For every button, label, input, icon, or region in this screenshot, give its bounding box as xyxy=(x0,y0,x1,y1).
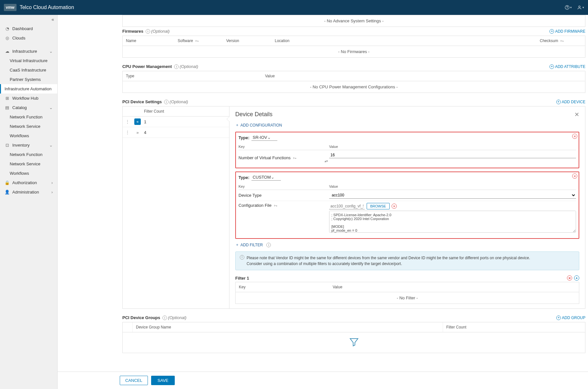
config-file-input[interactable] xyxy=(329,203,365,209)
sidebar-item-label: CaaS Infrastructure xyxy=(10,68,46,72)
device-type-select[interactable]: acc100 xyxy=(329,192,576,199)
sidebar-item-label: Virtual Infrastructure xyxy=(10,58,48,63)
sidebar-item-label: Workflow Hub xyxy=(12,96,39,101)
collapse-icon[interactable]: « xyxy=(134,118,141,125)
sidebar-item-virtual-infra[interactable]: Virtual Infrastructure xyxy=(0,56,57,65)
footer: CANCEL SAVE xyxy=(58,372,588,389)
pci-row[interactable]: ⋮ « 1 xyxy=(123,117,229,127)
sidebar-item-authorization[interactable]: 🔒Authorization› xyxy=(0,178,57,187)
clouds-icon: ◎ xyxy=(5,36,10,40)
sidebar-item-partner-systems[interactable]: Partner Systems xyxy=(0,75,57,84)
expand-icon[interactable]: » xyxy=(134,129,141,136)
filter-note: i Please note that Vendor ID might be th… xyxy=(235,251,579,270)
sidebar-item-catalog-nf[interactable]: Network Function xyxy=(0,112,57,122)
add-filter-button[interactable]: ＋ADD FILTER xyxy=(235,242,263,248)
groups-section: PCI Device Groups i (Optional) +ADD GROU… xyxy=(122,313,585,353)
add-firmware-button[interactable]: +ADD FIRMWARE xyxy=(549,29,585,34)
sidebar-item-label: Authorization xyxy=(12,180,37,185)
svg-point-1 xyxy=(567,8,567,9)
cancel-button[interactable]: CANCEL xyxy=(120,376,148,385)
lock-icon: 🔒 xyxy=(5,180,10,185)
add-filter-row-icon[interactable]: + xyxy=(574,275,579,281)
col-filter-count: Filter Count xyxy=(443,322,585,332)
sidebar-item-label: Catalog xyxy=(12,105,27,110)
custom-config: ✕ Type: CUSTOM ⌄ Key Value xyxy=(235,172,579,239)
firmwares-empty: - No Firmwares - xyxy=(123,46,585,57)
value-header: Value xyxy=(329,143,576,150)
pci-section: PCI Device Settings i (Optional) +ADD DE… xyxy=(122,97,585,309)
add-device-button[interactable]: +ADD DEVICE xyxy=(556,100,585,104)
chevron-right-icon: › xyxy=(51,190,53,194)
pci-row[interactable]: ⋮ » 4 xyxy=(123,127,229,138)
sidebar-item-label: Network Service xyxy=(10,161,40,166)
key-header: Key xyxy=(239,183,329,190)
type-label: Type: xyxy=(239,135,250,140)
sidebar-item-label: Network Function xyxy=(10,152,42,157)
help-icon[interactable]: ▾ xyxy=(565,4,572,11)
drag-handle-icon[interactable]: ⋮ xyxy=(125,130,130,135)
chevron-down-icon: ⌄ xyxy=(49,49,53,54)
sidebar-item-caas-infra[interactable]: CaaS Infrastructure xyxy=(0,65,57,75)
advance-settings-table: - No Advance System Settings - xyxy=(122,15,585,27)
col-version: Version xyxy=(223,36,272,46)
sidebar-item-inventory[interactable]: ⊡Inventory⌄ xyxy=(0,140,57,150)
config-file-key: Configuration File 🗝 xyxy=(239,203,329,208)
col-value: Value xyxy=(262,71,585,81)
col-software: Software 🗝 xyxy=(174,36,223,46)
device-details-panel: ✕ Device Details ＋ADD CONFIGURATION ✕ Ty… xyxy=(229,106,585,308)
delete-config-icon[interactable]: ✕ xyxy=(572,134,577,139)
cpu-title: CPU Power Management xyxy=(122,64,172,69)
filter-count-header: Filter Count xyxy=(142,106,229,116)
user-icon: 👤 xyxy=(5,190,10,194)
svg-point-2 xyxy=(579,6,580,7)
info-icon[interactable]: i xyxy=(146,29,150,34)
sidebar-item-dashboard[interactable]: ◔Dashboard xyxy=(0,24,57,33)
sidebar-item-administration[interactable]: 👤Administration› xyxy=(0,187,57,197)
col-checksum: Checksum 🗝 xyxy=(537,36,585,46)
delete-config-icon[interactable]: ✕ xyxy=(572,173,577,179)
optional-label: (Optional) xyxy=(151,29,170,34)
sriov-value-input[interactable] xyxy=(329,152,576,158)
add-group-button[interactable]: +ADD GROUP xyxy=(556,316,585,320)
cpu-empty: - No CPU Power Management Configurations… xyxy=(123,81,585,93)
sidebar-item-inventory-ns[interactable]: Network Service xyxy=(0,159,57,169)
sidebar-item-clouds[interactable]: ◎Clouds xyxy=(0,33,57,43)
info-icon[interactable]: i xyxy=(266,243,271,247)
key-header: Key xyxy=(239,143,329,150)
value-header: Value xyxy=(329,183,576,190)
sidebar-item-inventory-wf[interactable]: Workflows xyxy=(0,169,57,178)
sidebar-item-infrastructure[interactable]: ☁Infrastructure⌄ xyxy=(0,47,57,56)
info-icon[interactable]: i xyxy=(162,316,167,320)
user-icon[interactable]: ▾ xyxy=(577,4,584,11)
app-header: vmw Telco Cloud Automation ▾ ▾ xyxy=(0,0,588,15)
info-icon[interactable]: i xyxy=(174,64,179,69)
add-configuration-button[interactable]: ＋ADD CONFIGURATION xyxy=(235,122,579,128)
sidebar-item-infra-automation[interactable]: Infrastructure Automation xyxy=(0,84,57,94)
sidebar-item-label: Infrastructure Automation xyxy=(5,86,51,91)
col-group-name: Device Group Name xyxy=(132,322,443,332)
key-header: Key xyxy=(236,282,329,292)
sidebar-collapse-icon[interactable]: « xyxy=(0,15,57,24)
firmwares-section: Firmwares i (Optional) +ADD FIRMWARE Nam… xyxy=(122,27,585,58)
sidebar-item-catalog-wf[interactable]: Workflows xyxy=(0,131,57,140)
type-select[interactable]: SR-IOV ⌄ xyxy=(251,134,277,141)
type-select[interactable]: CUSTOM ⌄ xyxy=(251,174,281,181)
chevron-right-icon: › xyxy=(51,180,53,185)
value-header: Value xyxy=(329,282,579,292)
add-attribute-button[interactable]: +ADD ATTRIBUTE xyxy=(549,64,585,69)
remove-file-icon[interactable]: ✕ xyxy=(392,204,397,209)
info-icon[interactable]: i xyxy=(164,100,169,104)
sidebar-item-inventory-nf[interactable]: Network Function xyxy=(0,150,57,159)
sidebar-item-catalog-ns[interactable]: Network Service xyxy=(0,122,57,131)
browse-button[interactable]: BROWSE xyxy=(367,203,390,209)
sidebar-item-catalog[interactable]: ▤Catalog⌄ xyxy=(0,103,57,112)
sidebar-item-workflow-hub[interactable]: ⊞Workflow Hub xyxy=(0,94,57,103)
drag-handle-icon[interactable]: ⋮ xyxy=(125,119,130,124)
close-icon[interactable]: ✕ xyxy=(574,111,579,118)
remove-filter-icon[interactable]: ✕ xyxy=(567,275,572,281)
config-file-textarea[interactable] xyxy=(329,211,576,233)
sidebar-item-label: Dashboard xyxy=(12,26,33,31)
save-button[interactable]: SAVE xyxy=(151,376,175,385)
sriov-config: ✕ Type: SR-IOV ⌄ Key Value xyxy=(235,132,579,168)
advance-settings-empty: - No Advance System Settings - xyxy=(123,15,585,27)
